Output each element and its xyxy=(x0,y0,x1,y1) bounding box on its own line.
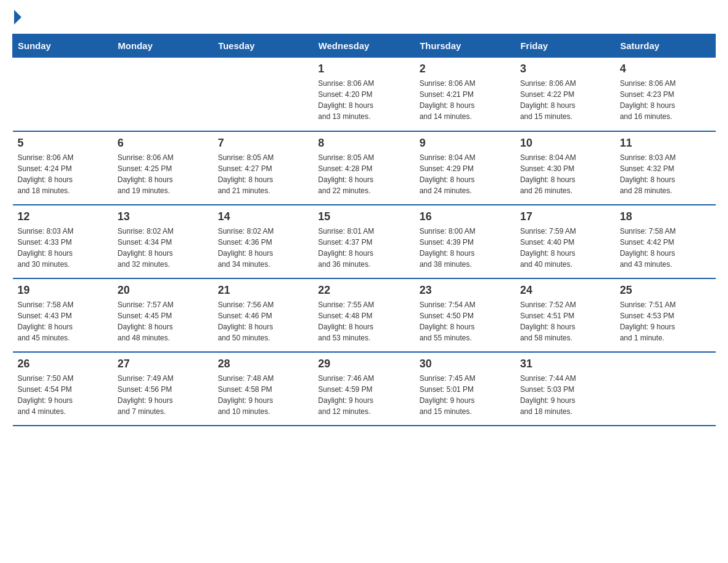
calendar-cell: 19Sunrise: 7:58 AM Sunset: 4:43 PM Dayli… xyxy=(13,278,113,352)
calendar-cell: 31Sunrise: 7:44 AM Sunset: 5:03 PM Dayli… xyxy=(515,352,615,426)
calendar-cell: 2Sunrise: 8:06 AM Sunset: 4:21 PM Daylig… xyxy=(414,58,515,131)
calendar-cell xyxy=(113,58,213,131)
calendar-body: 1Sunrise: 8:06 AM Sunset: 4:20 PM Daylig… xyxy=(13,58,716,426)
day-number: 9 xyxy=(419,137,510,150)
day-info: Sunrise: 8:06 AM Sunset: 4:23 PM Dayligh… xyxy=(620,78,710,122)
day-number: 18 xyxy=(620,210,710,223)
day-number: 11 xyxy=(620,137,710,150)
day-info: Sunrise: 8:03 AM Sunset: 4:33 PM Dayligh… xyxy=(18,226,108,270)
day-info: Sunrise: 8:04 AM Sunset: 4:30 PM Dayligh… xyxy=(520,152,610,196)
day-number: 2 xyxy=(419,63,510,75)
day-number: 16 xyxy=(419,210,510,223)
calendar-cell: 21Sunrise: 7:56 AM Sunset: 4:46 PM Dayli… xyxy=(213,278,313,352)
calendar-cell xyxy=(615,352,715,426)
day-number: 17 xyxy=(520,210,610,223)
weekday-header-saturday: Saturday xyxy=(615,34,715,58)
calendar-cell: 7Sunrise: 8:05 AM Sunset: 4:27 PM Daylig… xyxy=(213,131,313,205)
calendar-cell: 29Sunrise: 7:46 AM Sunset: 4:59 PM Dayli… xyxy=(313,352,414,426)
day-number: 19 xyxy=(18,284,108,297)
day-info: Sunrise: 7:50 AM Sunset: 4:54 PM Dayligh… xyxy=(18,373,108,417)
day-info: Sunrise: 7:58 AM Sunset: 4:43 PM Dayligh… xyxy=(18,299,108,343)
logo-arrow-icon xyxy=(14,10,21,25)
calendar-cell: 24Sunrise: 7:52 AM Sunset: 4:51 PM Dayli… xyxy=(515,278,615,352)
day-number: 7 xyxy=(218,137,308,150)
day-number: 5 xyxy=(18,137,108,150)
calendar-cell: 9Sunrise: 8:04 AM Sunset: 4:29 PM Daylig… xyxy=(414,131,515,205)
calendar-cell: 3Sunrise: 8:06 AM Sunset: 4:22 PM Daylig… xyxy=(515,58,615,131)
day-info: Sunrise: 7:46 AM Sunset: 4:59 PM Dayligh… xyxy=(318,373,409,417)
day-number: 27 xyxy=(118,358,208,370)
calendar-week-row: 5Sunrise: 8:06 AM Sunset: 4:24 PM Daylig… xyxy=(13,131,716,205)
calendar-cell: 23Sunrise: 7:54 AM Sunset: 4:50 PM Dayli… xyxy=(414,278,515,352)
calendar-cell: 5Sunrise: 8:06 AM Sunset: 4:24 PM Daylig… xyxy=(13,131,113,205)
calendar-cell: 15Sunrise: 8:01 AM Sunset: 4:37 PM Dayli… xyxy=(313,205,414,278)
day-number: 4 xyxy=(620,63,710,75)
calendar-cell: 8Sunrise: 8:05 AM Sunset: 4:28 PM Daylig… xyxy=(313,131,414,205)
day-info: Sunrise: 7:48 AM Sunset: 4:58 PM Dayligh… xyxy=(218,373,308,417)
day-info: Sunrise: 7:54 AM Sunset: 4:50 PM Dayligh… xyxy=(419,299,510,343)
weekday-header-wednesday: Wednesday xyxy=(313,34,414,58)
day-info: Sunrise: 8:06 AM Sunset: 4:20 PM Dayligh… xyxy=(318,78,409,122)
calendar-week-row: 12Sunrise: 8:03 AM Sunset: 4:33 PM Dayli… xyxy=(13,205,716,278)
day-info: Sunrise: 8:06 AM Sunset: 4:24 PM Dayligh… xyxy=(18,152,108,196)
day-number: 20 xyxy=(118,284,208,297)
logo-top xyxy=(12,12,21,25)
calendar-cell: 18Sunrise: 7:58 AM Sunset: 4:42 PM Dayli… xyxy=(615,205,715,278)
day-info: Sunrise: 7:59 AM Sunset: 4:40 PM Dayligh… xyxy=(520,226,610,270)
day-info: Sunrise: 8:06 AM Sunset: 4:22 PM Dayligh… xyxy=(520,78,610,122)
day-number: 26 xyxy=(18,358,108,370)
calendar-header: SundayMondayTuesdayWednesdayThursdayFrid… xyxy=(13,34,716,58)
calendar-cell: 22Sunrise: 7:55 AM Sunset: 4:48 PM Dayli… xyxy=(313,278,414,352)
day-number: 15 xyxy=(318,210,409,223)
calendar-cell xyxy=(213,58,313,131)
weekday-header-row: SundayMondayTuesdayWednesdayThursdayFrid… xyxy=(13,34,716,58)
day-info: Sunrise: 7:55 AM Sunset: 4:48 PM Dayligh… xyxy=(318,299,409,343)
calendar-week-row: 26Sunrise: 7:50 AM Sunset: 4:54 PM Dayli… xyxy=(13,352,716,426)
calendar-table: SundayMondayTuesdayWednesdayThursdayFrid… xyxy=(12,34,716,426)
day-number: 28 xyxy=(218,358,308,370)
calendar-cell: 28Sunrise: 7:48 AM Sunset: 4:58 PM Dayli… xyxy=(213,352,313,426)
day-info: Sunrise: 7:44 AM Sunset: 5:03 PM Dayligh… xyxy=(520,373,610,417)
day-info: Sunrise: 7:45 AM Sunset: 5:01 PM Dayligh… xyxy=(419,373,510,417)
calendar-cell: 10Sunrise: 8:04 AM Sunset: 4:30 PM Dayli… xyxy=(515,131,615,205)
day-number: 1 xyxy=(318,63,409,75)
calendar-cell: 16Sunrise: 8:00 AM Sunset: 4:39 PM Dayli… xyxy=(414,205,515,278)
calendar-cell: 30Sunrise: 7:45 AM Sunset: 5:01 PM Dayli… xyxy=(414,352,515,426)
day-info: Sunrise: 8:02 AM Sunset: 4:36 PM Dayligh… xyxy=(218,226,308,270)
calendar-cell: 11Sunrise: 8:03 AM Sunset: 4:32 PM Dayli… xyxy=(615,131,715,205)
weekday-header-friday: Friday xyxy=(515,34,615,58)
day-info: Sunrise: 7:58 AM Sunset: 4:42 PM Dayligh… xyxy=(620,226,710,270)
day-number: 3 xyxy=(520,63,610,75)
day-number: 13 xyxy=(118,210,208,223)
day-info: Sunrise: 7:52 AM Sunset: 4:51 PM Dayligh… xyxy=(520,299,610,343)
logo xyxy=(12,12,21,25)
calendar-cell xyxy=(13,58,113,131)
calendar-cell: 26Sunrise: 7:50 AM Sunset: 4:54 PM Dayli… xyxy=(13,352,113,426)
day-number: 25 xyxy=(620,284,710,297)
calendar-cell: 14Sunrise: 8:02 AM Sunset: 4:36 PM Dayli… xyxy=(213,205,313,278)
day-number: 22 xyxy=(318,284,409,297)
day-info: Sunrise: 8:00 AM Sunset: 4:39 PM Dayligh… xyxy=(419,226,510,270)
calendar-cell: 13Sunrise: 8:02 AM Sunset: 4:34 PM Dayli… xyxy=(113,205,213,278)
header-section xyxy=(12,12,716,25)
day-info: Sunrise: 8:06 AM Sunset: 4:21 PM Dayligh… xyxy=(419,78,510,122)
day-number: 8 xyxy=(318,137,409,150)
day-info: Sunrise: 8:02 AM Sunset: 4:34 PM Dayligh… xyxy=(118,226,208,270)
calendar-cell: 6Sunrise: 8:06 AM Sunset: 4:25 PM Daylig… xyxy=(113,131,213,205)
day-info: Sunrise: 8:04 AM Sunset: 4:29 PM Dayligh… xyxy=(419,152,510,196)
day-number: 10 xyxy=(520,137,610,150)
calendar-cell: 12Sunrise: 8:03 AM Sunset: 4:33 PM Dayli… xyxy=(13,205,113,278)
day-info: Sunrise: 7:51 AM Sunset: 4:53 PM Dayligh… xyxy=(620,299,710,343)
calendar-week-row: 19Sunrise: 7:58 AM Sunset: 4:43 PM Dayli… xyxy=(13,278,716,352)
day-info: Sunrise: 7:56 AM Sunset: 4:46 PM Dayligh… xyxy=(218,299,308,343)
weekday-header-sunday: Sunday xyxy=(13,34,113,58)
day-info: Sunrise: 7:49 AM Sunset: 4:56 PM Dayligh… xyxy=(118,373,208,417)
calendar-cell: 4Sunrise: 8:06 AM Sunset: 4:23 PM Daylig… xyxy=(615,58,715,131)
day-number: 12 xyxy=(18,210,108,223)
day-number: 23 xyxy=(419,284,510,297)
day-number: 14 xyxy=(218,210,308,223)
day-number: 29 xyxy=(318,358,409,370)
day-info: Sunrise: 8:05 AM Sunset: 4:28 PM Dayligh… xyxy=(318,152,409,196)
weekday-header-thursday: Thursday xyxy=(414,34,515,58)
day-info: Sunrise: 8:03 AM Sunset: 4:32 PM Dayligh… xyxy=(620,152,710,196)
